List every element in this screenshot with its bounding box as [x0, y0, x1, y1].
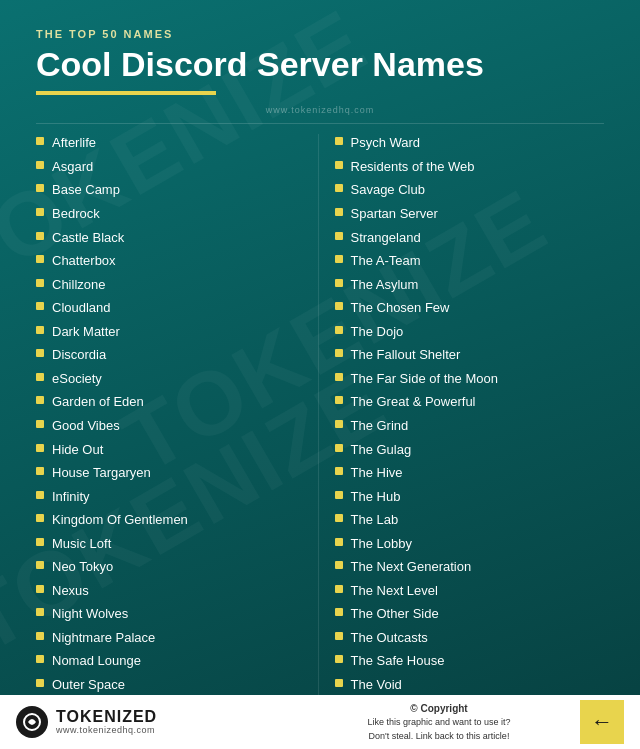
list-item: Chillzone [36, 276, 302, 294]
copyright-block: © Copyright Like this graphic and want t… [298, 701, 580, 743]
item-label: The Great & Powerful [351, 393, 476, 411]
bullet-icon [335, 491, 343, 499]
list-item: Savage Club [335, 181, 601, 199]
list-item: Nexus [36, 582, 302, 600]
list-item: The Grind [335, 417, 601, 435]
list-item: Dark Matter [36, 323, 302, 341]
list-item: The Gulag [335, 441, 601, 459]
bullet-icon [36, 302, 44, 310]
columns-container: AfterlifeAsgardBase CampBedrockCastle Bl… [36, 134, 604, 723]
item-label: Chillzone [52, 276, 105, 294]
item-label: The Hub [351, 488, 401, 506]
list-item: eSociety [36, 370, 302, 388]
bullet-icon [36, 444, 44, 452]
list-item: Castle Black [36, 229, 302, 247]
bullet-icon [36, 349, 44, 357]
bullet-icon [335, 184, 343, 192]
bullet-icon [36, 208, 44, 216]
bullet-icon [335, 137, 343, 145]
bullet-icon [36, 585, 44, 593]
bullet-icon [36, 538, 44, 546]
item-label: Residents of the Web [351, 158, 475, 176]
item-label: Spartan Server [351, 205, 438, 223]
item-label: The Hive [351, 464, 403, 482]
list-item: Kingdom Of Gentlemen [36, 511, 302, 529]
item-label: The Grind [351, 417, 409, 435]
list-item: The Dojo [335, 323, 601, 341]
list-item: Base Camp [36, 181, 302, 199]
page-title: Cool Discord Server Names [36, 46, 604, 83]
item-label: The Safe House [351, 652, 445, 670]
list-item: The Safe House [335, 652, 601, 670]
bullet-icon [335, 679, 343, 687]
item-label: Outer Space [52, 676, 125, 694]
list-item: Nomad Lounge [36, 652, 302, 670]
item-label: Cloudland [52, 299, 111, 317]
bullet-icon [335, 232, 343, 240]
bullet-icon [335, 561, 343, 569]
list-item: Music Loft [36, 535, 302, 553]
list-item: Strangeland [335, 229, 601, 247]
list-item: Nightmare Palace [36, 629, 302, 647]
item-label: Dark Matter [52, 323, 120, 341]
brand-svg [22, 712, 42, 732]
item-label: The Gulag [351, 441, 412, 459]
list-item: The Lab [335, 511, 601, 529]
bullet-icon [335, 326, 343, 334]
item-label: Kingdom Of Gentlemen [52, 511, 188, 529]
bullet-icon [335, 396, 343, 404]
copyright-text: Like this graphic and want to use it?Don… [367, 717, 510, 741]
list-item: The Next Generation [335, 558, 601, 576]
bullet-icon [335, 279, 343, 287]
list-item: The Next Level [335, 582, 601, 600]
bullet-icon [36, 608, 44, 616]
list-item: Chatterbox [36, 252, 302, 270]
item-label: The Fallout Shelter [351, 346, 461, 364]
item-label: The Next Level [351, 582, 438, 600]
list-item: The Hub [335, 488, 601, 506]
bullet-icon [36, 491, 44, 499]
bullet-icon [335, 349, 343, 357]
bullet-icon [36, 420, 44, 428]
bullet-icon [335, 655, 343, 663]
bullet-icon [36, 161, 44, 169]
bullet-icon [36, 514, 44, 522]
bullet-icon [335, 420, 343, 428]
bullet-icon [36, 137, 44, 145]
item-label: The Lobby [351, 535, 412, 553]
item-label: Nexus [52, 582, 89, 600]
bullet-icon [335, 514, 343, 522]
list-item: Residents of the Web [335, 158, 601, 176]
list-item: Garden of Eden [36, 393, 302, 411]
brand-url: www.tokenizedhq.com [56, 725, 157, 735]
item-label: eSociety [52, 370, 102, 388]
item-label: Bedrock [52, 205, 100, 223]
list-item: Infinity [36, 488, 302, 506]
bullet-icon [335, 302, 343, 310]
item-label: The Next Generation [351, 558, 472, 576]
bullet-icon [335, 373, 343, 381]
list-item: Psych Ward [335, 134, 601, 152]
item-label: Discordia [52, 346, 106, 364]
item-label: Good Vibes [52, 417, 120, 435]
accent-bar [36, 91, 216, 95]
item-label: The Dojo [351, 323, 404, 341]
main-container: TOKENIZE TOKENIZE TOKENIZE THE TOP 50 NA… [0, 0, 640, 749]
item-label: The Other Side [351, 605, 439, 623]
list-item: The Void [335, 676, 601, 694]
arrow-button[interactable]: ← [580, 700, 624, 744]
item-label: Neo Tokyo [52, 558, 113, 576]
footer-logo: TOKENIZED www.tokenizedhq.com [16, 706, 298, 738]
list-item: House Targaryen [36, 464, 302, 482]
list-item: Hide Out [36, 441, 302, 459]
item-label: The Chosen Few [351, 299, 450, 317]
list-item: Spartan Server [335, 205, 601, 223]
item-label: Savage Club [351, 181, 425, 199]
item-label: Afterlife [52, 134, 96, 152]
item-label: Garden of Eden [52, 393, 144, 411]
list-item: The Lobby [335, 535, 601, 553]
bullet-icon [36, 279, 44, 287]
bullet-icon [335, 632, 343, 640]
bullet-icon [335, 161, 343, 169]
list-item: The Chosen Few [335, 299, 601, 317]
